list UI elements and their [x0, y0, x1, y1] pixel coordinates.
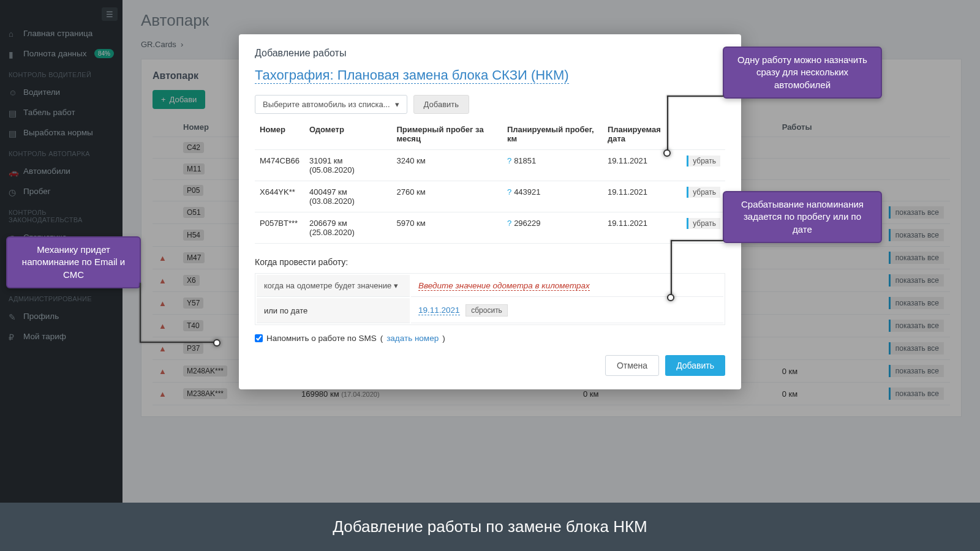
condition-odom-label: когда на одометре будет значение: [264, 281, 391, 290]
when-label: Когда провести работу:: [255, 257, 725, 267]
cell-plan: ?443921: [502, 181, 603, 212]
callout-line: [140, 342, 214, 343]
sms-checkbox[interactable]: [255, 334, 263, 342]
vehicle-select[interactable]: Выберите автомобиль из списка... ▾: [255, 95, 407, 114]
sms-label: Напомнить о работе по SMS: [266, 334, 377, 343]
cell-odom: 31091 км (05.08.2020): [304, 150, 391, 181]
sms-set-number-link[interactable]: задать номер: [386, 334, 439, 343]
mth-num: Номер: [255, 119, 304, 150]
cell-num: X644YK**: [255, 181, 304, 212]
remove-button[interactable]: убрать: [687, 218, 720, 229]
cell-odom: 400497 км (03.08.2020): [304, 181, 391, 212]
reset-date-button[interactable]: сбросить: [466, 304, 508, 317]
vehicles-table: Номер Одометр Примерный пробег за месяц …: [255, 119, 725, 244]
cancel-button[interactable]: Отмена: [605, 355, 659, 376]
callout-trigger: Срабатывание напоминания задается по про…: [723, 191, 882, 243]
callout-line: [140, 283, 141, 342]
callout-line: [667, 96, 723, 97]
callout-line: [671, 240, 723, 241]
modal-subtitle[interactable]: Тахография: Плановая замена блока СКЗИ (…: [255, 67, 569, 84]
odometer-input[interactable]: Введите значение одометра в километрах: [418, 281, 590, 291]
callout-reminder: Механику придет напоминание по Email и С…: [6, 236, 141, 288]
callout-trigger-target: [667, 294, 674, 301]
condition-odom-select[interactable]: когда на одометре будет значение ▾: [264, 281, 398, 290]
mth-month: Примерный пробег за месяц: [391, 119, 502, 150]
callout-multi-target: [663, 149, 671, 157]
callout-multi-vehicle: Одну работу можно назначить сразу для не…: [723, 47, 882, 99]
chevron-down-icon: ▾: [395, 100, 399, 109]
callout-line: [671, 240, 672, 296]
vehicle-row: X644YK** 400497 км (03.08.2020) 2760 км …: [255, 181, 725, 212]
condition-date-label: или по дате: [264, 306, 307, 315]
vehicle-select-placeholder: Выберите автомобиль из списка...: [263, 100, 390, 109]
vehicle-row: M474CB66 31091 км (05.08.2020) 3240 км ?…: [255, 150, 725, 181]
cell-plan: ?296229: [502, 212, 603, 244]
condition-table: когда на одометре будет значение ▾ Введи…: [255, 273, 725, 325]
add-work-modal: × Добавление работы Тахография: Плановая…: [239, 34, 741, 389]
remove-button[interactable]: убрать: [687, 187, 720, 198]
callout-reminder-target: [213, 339, 221, 347]
help-icon[interactable]: ?: [507, 219, 511, 228]
callout-line: [667, 96, 668, 152]
remove-button[interactable]: убрать: [687, 156, 720, 167]
mth-date: Планируемая дата: [603, 119, 682, 150]
cell-date: 19.11.2021: [603, 181, 682, 212]
mth-plan: Планируемый пробег, км: [502, 119, 603, 150]
submit-button[interactable]: Добавить: [665, 355, 725, 376]
mth-odom: Одометр: [304, 119, 391, 150]
vehicle-row: P057BT*** 206679 км (25.08.2020) 5970 км…: [255, 212, 725, 244]
caption-bar: Добавление работы по замене блока НКМ: [0, 503, 980, 551]
cell-plan: ?81851: [502, 150, 603, 181]
cell-date: 19.11.2021: [603, 212, 682, 244]
cell-num: M474CB66: [255, 150, 304, 181]
cell-month: 5970 км: [391, 212, 502, 244]
condition-date-value[interactable]: 19.11.2021: [418, 305, 460, 315]
modal-title: Добавление работы: [255, 48, 725, 59]
help-icon[interactable]: ?: [507, 187, 511, 197]
cell-month: 3240 км: [391, 150, 502, 181]
cell-num: P057BT***: [255, 212, 304, 244]
add-vehicle-button[interactable]: Добавить: [413, 95, 469, 114]
cell-odom: 206679 км (25.08.2020): [304, 212, 391, 244]
help-icon[interactable]: ?: [507, 156, 511, 165]
cell-month: 2760 км: [391, 181, 502, 212]
